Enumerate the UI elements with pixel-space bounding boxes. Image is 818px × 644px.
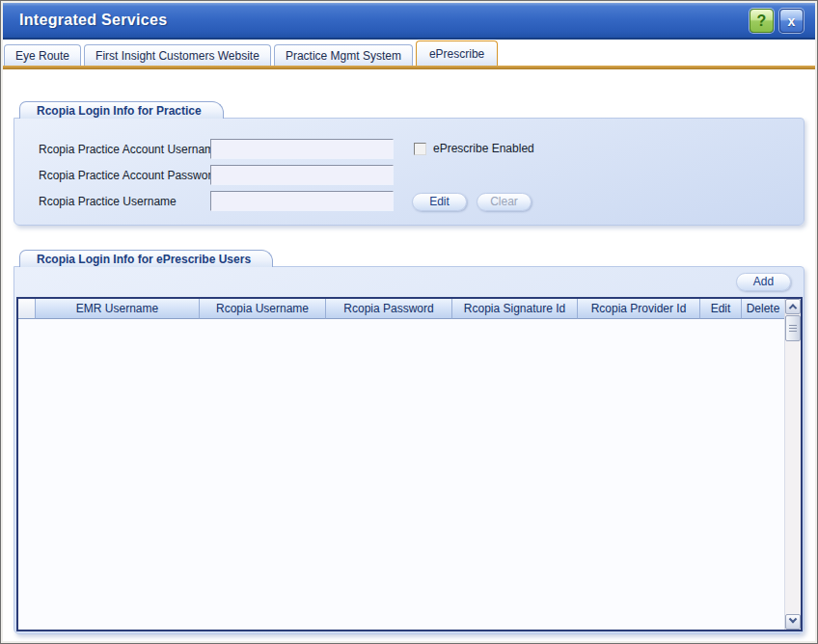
help-button[interactable]: ? (750, 9, 774, 33)
tab-first-insight-customers-website[interactable]: First Insight Customers Website (84, 44, 271, 66)
scrollbar-thumb[interactable] (785, 315, 801, 341)
chevron-down-icon (789, 615, 797, 623)
clear-button[interactable]: Clear (477, 193, 532, 211)
title-bar: Integrated Services ? x (3, 3, 815, 40)
add-button[interactable]: Add (736, 273, 791, 291)
column-header-delete[interactable]: Delete (742, 299, 784, 319)
practice-panel: Rcopia Practice Account Username Rcopia … (14, 118, 804, 226)
column-header-row-selector (18, 299, 36, 319)
practice-username-input[interactable] (210, 191, 394, 211)
tab-eye-route[interactable]: Eye Route (4, 44, 81, 66)
chevron-up-icon (789, 304, 797, 311)
tab-eprescribe[interactable]: ePrescribe (416, 40, 498, 66)
column-header-edit[interactable]: Edit (700, 299, 742, 319)
column-header-emr-username[interactable]: EMR Username (36, 299, 200, 319)
practice-account-password-input[interactable] (210, 165, 394, 185)
users-panel: Add EMR Username Rcopia Username Rcopia … (14, 266, 804, 634)
scroll-up-button[interactable] (785, 299, 801, 314)
vertical-scrollbar[interactable] (784, 299, 801, 630)
practice-account-username-input[interactable] (210, 139, 394, 159)
practice-account-username-label: Rcopia Practice Account Username (39, 140, 221, 159)
scrollbar-grip-icon (789, 325, 797, 333)
column-header-rcopia-signature-id[interactable]: Rcopia Signature Id (452, 299, 578, 319)
users-panel-header: Rcopia Login Info for ePrescribe Users (19, 250, 273, 267)
scroll-down-button[interactable] (785, 614, 801, 630)
column-header-rcopia-provider-id[interactable]: Rcopia Provider Id (578, 299, 700, 319)
tab-bar-underline (3, 66, 815, 69)
edit-button[interactable]: Edit (412, 193, 467, 211)
users-table: EMR Username Rcopia Username Rcopia Pass… (16, 297, 803, 631)
eprescribe-enabled-checkbox[interactable] (414, 143, 426, 155)
users-table-header: EMR Username Rcopia Username Rcopia Pass… (18, 299, 784, 319)
window-frame: Integrated Services ? x Eye Route First … (0, 0, 818, 644)
column-header-rcopia-password[interactable]: Rcopia Password (326, 299, 452, 319)
practice-panel-header: Rcopia Login Info for Practice (19, 101, 224, 119)
users-panel-title: Rcopia Login Info for ePrescribe Users (37, 253, 251, 266)
column-header-rcopia-username[interactable]: Rcopia Username (200, 299, 326, 319)
tab-bar: Eye Route First Insight Customers Websit… (4, 40, 815, 66)
practice-username-label: Rcopia Practice Username (39, 192, 177, 211)
practice-panel-title: Rcopia Login Info for Practice (37, 104, 202, 118)
help-icon: ? (757, 13, 767, 30)
eprescribe-enabled-label: ePrescribe Enabled (433, 140, 534, 158)
window-title: Integrated Services (19, 3, 167, 38)
integrated-services-window: Integrated Services ? x Eye Route First … (3, 3, 815, 641)
close-button[interactable]: x (779, 9, 804, 33)
tab-practice-mgmt-system[interactable]: Practice Mgmt System (274, 44, 413, 66)
practice-account-password-label: Rcopia Practice Account Password (39, 166, 218, 185)
close-icon: x (788, 13, 796, 29)
